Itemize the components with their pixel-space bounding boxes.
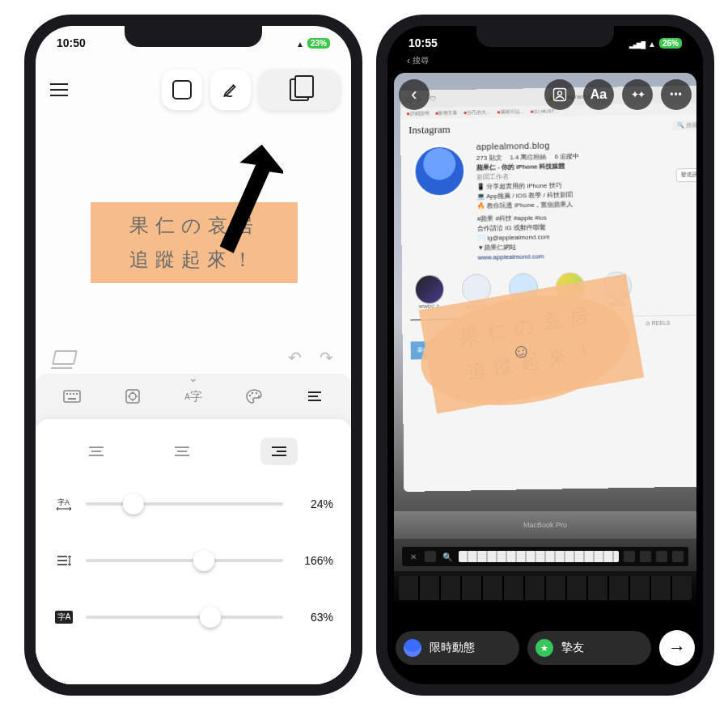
macbook-label: MacBook Pro: [394, 511, 696, 539]
wifi-icon: [296, 36, 304, 49]
square-icon: [172, 80, 192, 99]
effects-button[interactable]: [622, 79, 653, 110]
phone-right: 10:55 26% 搜尋 ◻▷🛡 🔒 instagram.com 詳細說明: [376, 15, 714, 696]
undo-icon[interactable]: ↶: [288, 348, 302, 367]
menu-icon[interactable]: [50, 83, 68, 96]
story-icon: [404, 639, 421, 657]
screen-right: 10:55 26% 搜尋 ◻▷🛡 🔒 instagram.com 詳細說明: [387, 26, 703, 684]
slider-line-height: 166%: [53, 537, 333, 584]
svg-rect-3: [73, 393, 74, 395]
signal-icon: [629, 36, 645, 49]
letter-spacing-slider[interactable]: [86, 502, 283, 506]
status-time: 10:55: [408, 36, 438, 49]
line-height-slider[interactable]: [86, 559, 283, 562]
tab-keyboard[interactable]: [53, 382, 91, 411]
text-line-2: 追蹤起來！: [129, 247, 259, 273]
letter-spacing-icon: 字A: [53, 497, 74, 511]
wifi-icon: [648, 36, 656, 49]
status-time: 10:50: [57, 36, 86, 49]
align-row: [53, 432, 333, 471]
mid-toolbar: ↶ ↷: [36, 340, 351, 375]
tab-font[interactable]: AA字字: [174, 382, 213, 411]
keyboard-row: [394, 571, 696, 608]
font-size-slider[interactable]: [86, 616, 283, 619]
tab-paragraph[interactable]: [295, 382, 334, 411]
notch: [125, 26, 262, 47]
touch-bar: ✕🔍: [402, 547, 688, 566]
share-close-friends-button[interactable]: 摯友: [527, 631, 651, 665]
svg-point-20: [558, 91, 562, 95]
shape-button[interactable]: [162, 70, 202, 110]
svg-point-7: [129, 393, 136, 400]
send-message-button[interactable]: 發送訊…: [676, 168, 696, 182]
svg-point-8: [249, 395, 251, 396]
text-card[interactable]: 果仁の哀居 追蹤起來！: [91, 202, 298, 283]
edit-panel: ⌄ AA字字 字A: [36, 374, 351, 684]
copy-icon: [290, 78, 309, 101]
svg-text:字A: 字A: [57, 498, 70, 506]
notch: [476, 26, 614, 47]
chevron-down-icon[interactable]: ⌄: [188, 371, 198, 384]
text-button[interactable]: Aa: [583, 79, 614, 110]
instagram-search: 🔍 搜尋: [672, 121, 696, 130]
align-left[interactable]: [89, 446, 104, 456]
svg-rect-1: [66, 393, 68, 395]
copy-button[interactable]: [259, 70, 340, 110]
more-button[interactable]: [661, 79, 692, 110]
palette-icon: [245, 388, 263, 404]
tab-sticker[interactable]: [113, 382, 152, 411]
align-center[interactable]: [175, 446, 189, 456]
align-icon: [307, 390, 323, 403]
share-bar: 限時動態 摯友: [396, 621, 695, 675]
svg-rect-4: [76, 393, 78, 395]
top-toolbar: [36, 61, 351, 118]
tab-color[interactable]: [235, 382, 273, 411]
profile-avatar: [413, 145, 465, 197]
letter-spacing-value: 24%: [294, 497, 333, 510]
svg-point-11: [258, 396, 260, 397]
share-story-button[interactable]: 限時動態: [396, 631, 519, 665]
svg-rect-2: [70, 393, 71, 395]
svg-rect-5: [68, 398, 76, 400]
close-friends-icon: [535, 639, 553, 657]
instagram-logo: Instagram: [408, 123, 451, 137]
battery-badge: 23%: [307, 38, 330, 49]
slider-letter-spacing: 字A 24%: [53, 480, 333, 527]
svg-rect-0: [64, 391, 80, 402]
line-height-icon: [53, 553, 74, 568]
tag-people-button[interactable]: [544, 79, 575, 110]
font-size-value: 63%: [294, 611, 333, 624]
slider-font-size: 字A 63%: [53, 594, 333, 641]
screen-left: 10:50 23% 果仁の哀居 追蹤起來！: [36, 26, 351, 684]
pencil-icon: [222, 81, 239, 99]
battery-badge: 26%: [659, 38, 682, 49]
align-right[interactable]: [260, 438, 298, 465]
profile-info: 發送訊… applealmond.blog 273 貼文 1.4 萬位粉絲 6 …: [476, 136, 696, 262]
font-size-icon: 字A: [53, 611, 74, 624]
eraser-icon[interactable]: [52, 350, 78, 365]
phone-left: 10:50 23% 果仁の哀居 追蹤起來！: [24, 15, 362, 696]
paragraph-sheet: 字A 24% 166% 字A 63%: [36, 419, 351, 684]
send-button[interactable]: [659, 630, 695, 666]
redo-icon[interactable]: ↷: [320, 348, 333, 367]
back-to-search[interactable]: 搜尋: [407, 55, 429, 66]
svg-point-9: [252, 392, 253, 394]
draw-button[interactable]: [210, 70, 251, 110]
line-height-value: 166%: [294, 554, 333, 567]
back-button[interactable]: [399, 79, 430, 110]
text-line-1: 果仁の哀居: [129, 213, 260, 239]
svg-point-10: [256, 392, 257, 394]
story-tools: Aa: [387, 79, 703, 110]
